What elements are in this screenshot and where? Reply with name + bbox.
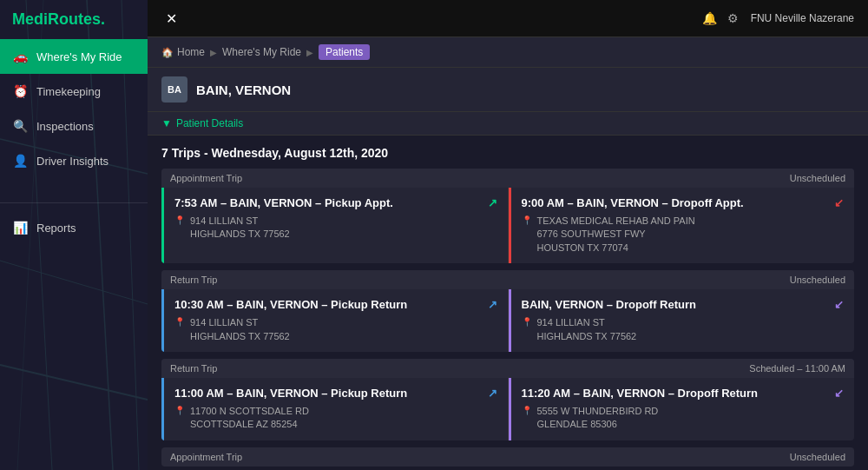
sidebar: MediRoutes. 🚗 Where's My Ride ⏰ Timekeep… (0, 0, 148, 470)
topbar-right: 🔔 ⚙ FNU Neville Nazerane (702, 11, 854, 25)
trip-arrow-icon[interactable]: ↙ (834, 196, 844, 209)
trip-arrow-icon[interactable]: ↙ (834, 387, 844, 400)
location-text: 11700 N SCOTTSDALE RD SCOTTSDALE AZ 8525… (190, 405, 309, 432)
trip-cell-right: 9:00 AM – BAIN, VERNON – Dropoff Appt. ↙… (509, 188, 855, 263)
trip-title-text: 10:30 AM – BAIN, VERNON – Pickup Return (174, 298, 488, 311)
location-text: 914 LILLIAN ST HIGHLANDS TX 77562 (190, 215, 290, 242)
sidebar-item-label: Reports (36, 222, 76, 235)
sidebar-item-wheres-my-ride[interactable]: 🚗 Where's My Ride (0, 39, 148, 74)
main-content: ✕ 🔔 ⚙ FNU Neville Nazerane 🏠 Home ▶ Wher… (148, 0, 868, 470)
trip-title: 11:20 AM – BAIN, VERNON – Dropoff Return… (522, 387, 845, 400)
location-pin-icon: 📍 (174, 215, 185, 225)
trips-header: 7 Trips - Wednesday, August 12th, 2020 (161, 146, 854, 160)
trip-title: 7:53 AM – BAIN, VERNON – Pickup Appt. ↗ (174, 196, 497, 209)
patient-details-bar[interactable]: ▼ Patient Details (148, 112, 868, 136)
trip-arrow-icon[interactable]: ↗ (488, 196, 497, 209)
logo-highlight: outes (59, 10, 101, 28)
patient-name: BAIN, VERNON (196, 83, 291, 97)
trip-status: Unscheduled (790, 452, 845, 462)
sidebar-item-timekeeping[interactable]: ⏰ Timekeeping (0, 74, 148, 109)
trip-rows: 7:53 AM – BAIN, VERNON – Pickup Appt. ↗ … (161, 188, 854, 263)
location-pin-icon: 📍 (522, 215, 532, 225)
trip-card-header: Appointment Trip Unscheduled (161, 447, 854, 467)
chart-icon: 📊 (12, 220, 28, 235)
trip-status: Unscheduled (790, 275, 845, 285)
sidebar-item-label: Inspections (36, 120, 94, 133)
logo-dot: . (101, 10, 105, 28)
trip-arrow-icon[interactable]: ↗ (488, 298, 497, 311)
home-icon: 🏠 (161, 47, 174, 58)
breadcrumb: 🏠 Home ▶ Where's My Ride ▶ Patients (148, 37, 868, 68)
location-text: TEXAS MEDICAL REHAB AND PAIN 6776 SOUTHW… (537, 215, 695, 255)
logo-text: MediRoutes. (12, 10, 105, 29)
trip-type-label: Return Trip (170, 275, 217, 285)
trip-cell-left: 10:30 AM – BAIN, VERNON – Pickup Return … (161, 289, 508, 352)
sidebar-item-reports[interactable]: 📊 Reports (0, 210, 148, 245)
location-text: 914 LILLIAN ST HIGHLANDS TX 77562 (190, 316, 290, 343)
trip-card-header: Return Trip Scheduled – 11:00 AM (161, 359, 854, 378)
car-icon: 🚗 (12, 49, 28, 64)
location-pin-icon: 📍 (522, 317, 532, 327)
patient-details-label: Patient Details (176, 117, 243, 129)
trip-location: 📍 TEXAS MEDICAL REHAB AND PAIN 6776 SOUT… (522, 215, 845, 255)
trip-location: 📍 914 LILLIAN ST HIGHLANDS TX 77562 (174, 316, 497, 343)
trip-rows: 10:30 AM – BAIN, VERNON – Pickup Return … (161, 289, 854, 352)
trip-title: BAIN, VERNON – Dropoff Return ↙ (522, 298, 845, 311)
clock-icon: ⏰ (12, 83, 28, 99)
trip-cell-right: BAIN, VERNON – Dropoff Return ↙ 📍 914 LI… (509, 289, 855, 352)
trip-title-text: BAIN, VERNON – Dropoff Return (522, 298, 835, 311)
trip-title: 9:00 AM – BAIN, VERNON – Dropoff Appt. ↙ (522, 196, 845, 209)
topbar-icons: 🔔 ⚙ (702, 11, 739, 25)
patient-header: BA BAIN, VERNON (148, 68, 868, 112)
trip-cell-right: 11:20 AM – BAIN, VERNON – Dropoff Return… (509, 378, 855, 440)
sidebar-item-driver-insights[interactable]: 👤 Driver Insights (0, 143, 148, 178)
patient-avatar: BA (161, 76, 187, 103)
logo-prefix: MediR (12, 10, 59, 28)
trip-title-text: 9:00 AM – BAIN, VERNON – Dropoff Appt. (522, 196, 835, 209)
trip-type-label: Appointment Trip (170, 452, 242, 462)
location-pin-icon: 📍 (174, 317, 185, 327)
trip-cell-left: 7:53 AM – BAIN, VERNON – Pickup Appt. ↗ … (161, 188, 508, 263)
trip-location: 📍 11700 N SCOTTSDALE RD SCOTTSDALE AZ 85… (174, 405, 497, 432)
app-logo: MediRoutes. (0, 0, 148, 39)
breadcrumb-home[interactable]: 🏠 Home (161, 46, 205, 58)
trip-type-label: Appointment Trip (170, 173, 242, 183)
close-button[interactable]: ✕ (161, 9, 181, 28)
sidebar-item-label: Where's My Ride (36, 50, 122, 63)
trip-status: Scheduled – 11:00 AM (749, 363, 845, 374)
trips-container[interactable]: 7 Trips - Wednesday, August 12th, 2020 A… (148, 136, 868, 470)
user-name: FNU Neville Nazerane (751, 12, 854, 24)
trip-title-text: 11:20 AM – BAIN, VERNON – Dropoff Return (522, 387, 835, 400)
trip-location: 📍 914 LILLIAN ST HIGHLANDS TX 77562 (174, 215, 497, 242)
trip-title: 11:00 AM – BAIN, VERNON – Pickup Return … (174, 387, 497, 400)
location-pin-icon: 📍 (174, 406, 185, 415)
sidebar-item-label: Driver Insights (36, 155, 108, 168)
trip-location: 📍 5555 W THUNDERBIRD RD GLENDALE 85306 (522, 405, 845, 432)
sidebar-item-inspections[interactable]: 🔍 Inspections (0, 109, 148, 143)
inspect-icon: 🔍 (12, 118, 28, 134)
topbar: ✕ 🔔 ⚙ FNU Neville Nazerane (148, 0, 868, 37)
trip-location: 📍 914 LILLIAN ST HIGHLANDS TX 77562 (522, 316, 845, 343)
notification-icon[interactable]: 🔔 (702, 11, 717, 25)
trip-card-header: Appointment Trip Unscheduled (161, 169, 854, 188)
location-text: 5555 W THUNDERBIRD RD GLENDALE 85306 (537, 405, 659, 432)
breadcrumb-sep-1: ▶ (210, 48, 217, 57)
trip-title-text: 11:00 AM – BAIN, VERNON – Pickup Return (174, 387, 488, 400)
trip-status: Unscheduled (790, 173, 845, 183)
breadcrumb-sep-2: ▶ (306, 48, 313, 57)
location-text: 914 LILLIAN ST HIGHLANDS TX 77562 (537, 316, 637, 343)
trip-card: Appointment Trip Unscheduled 7:53 AM – B… (161, 169, 854, 263)
trip-arrow-icon[interactable]: ↙ (834, 298, 844, 311)
trip-title: 10:30 AM – BAIN, VERNON – Pickup Return … (174, 298, 497, 311)
trip-type-label: Return Trip (170, 363, 217, 374)
trip-arrow-icon[interactable]: ↗ (488, 387, 497, 400)
trip-card: Return Trip Unscheduled 10:30 AM – BAIN,… (161, 270, 854, 352)
trip-card: Appointment Trip Unscheduled (161, 447, 854, 467)
trip-title-text: 7:53 AM – BAIN, VERNON – Pickup Appt. (174, 196, 488, 209)
breadcrumb-patients[interactable]: Patients (319, 44, 370, 60)
location-pin-icon: 📍 (522, 406, 532, 415)
breadcrumb-wheres-my-ride[interactable]: Where's My Ride (222, 46, 301, 58)
patient-details-toggle[interactable]: ▼ Patient Details (161, 117, 854, 129)
settings-icon[interactable]: ⚙ (727, 11, 739, 25)
trip-card-header: Return Trip Unscheduled (161, 270, 854, 289)
